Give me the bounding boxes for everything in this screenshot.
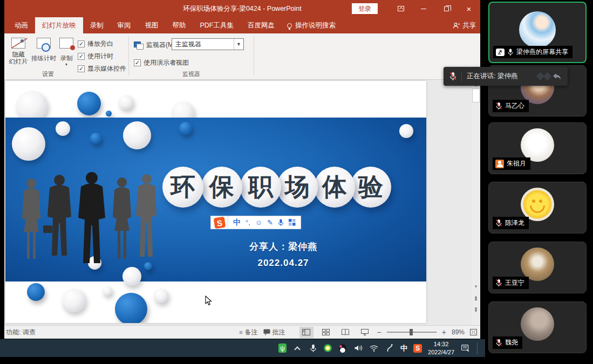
zoom-out-button[interactable]: − [377,328,381,336]
zoom-slider[interactable] [387,332,437,333]
monitor-icon [134,42,143,49]
checkbox-use-timings[interactable]: ✓ 使用计时 [78,52,113,61]
tab-baidu-netdisk[interactable]: 百度网盘 [241,17,282,33]
checkbox-use-presenter-view[interactable]: ✓ 使用演示者视图 [134,58,189,67]
action-center-button[interactable] [460,344,470,353]
sogou-ime-toolbar[interactable]: S 中 °, ☺ ✎ [210,216,301,229]
ime-toolbox-icon[interactable] [289,219,296,226]
decor-ball [90,133,101,144]
participant-tile-chenzelong[interactable]: 陈泽龙 [488,182,587,233]
ribbon-display-options-button[interactable] [390,0,412,17]
ime-voice-icon[interactable] [278,219,284,226]
decor-ball [27,283,45,301]
diamond-shape-icon [543,72,552,81]
monitor-dropdown[interactable]: 主监视器 ▼ [172,38,244,50]
health-app-icon[interactable]: ✚ [324,344,332,352]
ime-language-toggle[interactable]: 中 [233,218,241,228]
hide-slide-button[interactable]: 隐藏 幻灯片 [8,38,29,65]
show-desktop-divider[interactable] [477,342,478,354]
mouse-cursor [205,296,213,306]
previous-slide-button[interactable]: ▲▲ [472,294,480,302]
record-dropdown-arrow[interactable]: ▾ [65,62,67,67]
tab-record[interactable]: 录制 [83,17,111,33]
dropdown-arrow-icon: ▼ [234,39,243,50]
vertical-scrollbar[interactable]: ▲ ▼ ▲▲ ▼▼ [472,81,480,325]
qq-icon[interactable] [338,344,347,353]
tab-help[interactable]: 帮助 [166,17,193,33]
notes-button[interactable]: ≡ 备注 [239,328,257,337]
participant-tile-zhuzuyue[interactable]: 朱祖月 [488,122,587,174]
ime-punctuation-toggle[interactable]: °, [246,218,250,226]
scrollbar-thumb[interactable] [472,88,480,102]
participant-name-plate: 王亚宁 [493,277,529,289]
show-media-controls-label: 显示媒体控件 [87,64,126,73]
group-label-monitors: 监视器 [182,70,200,78]
next-slide-button[interactable]: ▼▼ [472,306,480,314]
tab-pdf-tools[interactable]: PDF工具集 [193,17,241,33]
usb-device-icon[interactable]: ψ [278,344,287,353]
participant-tile-weiyao[interactable]: 魏尧 [488,301,587,353]
checkbox-icon: ✓ [134,59,141,66]
tell-me-search[interactable]: 操作说明搜索 [282,17,341,33]
zoom-level[interactable]: 89% [452,328,465,336]
scroll-down-button[interactable]: ▼ [472,283,480,290]
date-text: 2022.04.27 [210,258,356,269]
slide-sorter-view-button[interactable] [319,327,333,338]
fit-slide-to-window-button[interactable] [470,329,477,335]
participant-name: 陈泽龙 [505,218,524,228]
rehearse-timings-label: 排练计时 [31,55,56,62]
microphone-tray-icon[interactable] [308,344,318,353]
tab-animations[interactable]: 动画 [8,17,35,33]
hide-slide-icon [11,38,25,49]
rehearse-timings-button[interactable]: 排练计时 [30,38,58,62]
restore-button[interactable] [435,0,458,17]
ime-handwriting-icon[interactable]: ✎ [267,218,273,226]
slide-canvas[interactable]: 环 保 职 场 体 验 S 中 °, ☺ ✎ 分享人：梁仲燕 2022.04.2… [5,81,426,323]
connection-tray-icon[interactable] [385,344,394,353]
ime-emoji-icon[interactable]: ☺ [255,218,262,226]
reading-view-button[interactable] [338,327,352,338]
ribbon-tab-bar: 动画 幻灯片放映 录制 审阅 视图 帮助 PDF工具集 百度网盘 操作说明搜索 [4,17,480,33]
title-char: 保 [209,170,234,204]
avatar [521,128,554,162]
volume-tray-icon[interactable] [353,344,363,353]
checkbox-icon: ✓ [78,40,85,47]
checkbox-play-narrations[interactable]: ✓ 播放旁白 [78,39,113,49]
zoom-slider-thumb[interactable] [410,329,413,335]
taskbar-clock[interactable]: 14:32 2022/4/27 [428,340,454,356]
participant-tile-wangyaning[interactable]: 王亚宁 [488,242,587,293]
participant-tile-liangzhongyan[interactable]: 梁仲燕的屏幕共享 [488,2,587,63]
reply-arrow-icon [551,72,562,81]
member-icon [495,160,504,168]
share-button[interactable]: 共享 [453,17,476,33]
record-button[interactable]: 录制 ▾ [57,38,76,67]
comment-icon [263,329,270,335]
tab-review[interactable]: 审阅 [111,17,138,33]
zoom-in-button[interactable]: + [442,328,446,336]
title-circle: 验 [350,167,391,208]
tab-view[interactable]: 视图 [138,17,166,33]
sogou-tray-icon[interactable]: S [413,344,422,353]
comments-button[interactable]: 批注 [263,328,285,337]
comments-label: 批注 [272,328,285,337]
input-method-indicator[interactable]: 中 [400,344,407,353]
title-circle: 职 [240,167,281,208]
login-button[interactable]: 登录 [352,3,378,14]
decor-ball [179,122,192,135]
close-button[interactable]: × [458,0,480,17]
decor-ball [62,289,86,312]
screen: 环保职场体验分享-梁0424 - PowerPoint 登录 × 动画 幻灯片放… [0,0,593,364]
participant-name: 朱祖月 [507,159,526,168]
tray-overflow-chevron[interactable] [292,344,302,353]
normal-view-button[interactable] [299,327,313,338]
minimize-button[interactable] [412,0,435,17]
sogou-logo[interactable]: S [210,216,228,229]
wifi-tray-icon[interactable] [369,344,379,353]
checkbox-show-media-controls[interactable]: ✓ 显示媒体控件 [78,64,126,73]
checkbox-icon: ✓ [78,65,85,72]
participant-name-plate: 朱祖月 [493,157,530,170]
participant-name-plate: 魏尧 [493,336,522,349]
ribbon: 隐藏 幻灯片 排练计时 录制 ▾ ✓ 播放旁白 ✓ 使用计时 ✓ [4,33,480,80]
tab-slideshow[interactable]: 幻灯片放映 [35,17,83,33]
slideshow-view-button[interactable] [358,327,372,338]
